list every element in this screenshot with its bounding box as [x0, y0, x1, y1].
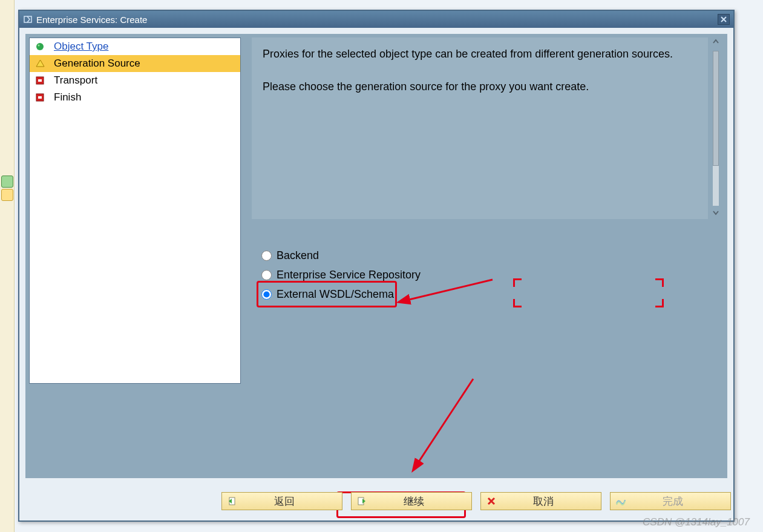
- button-label: 取消: [499, 494, 601, 508]
- svg-line-9: [418, 379, 473, 464]
- description-text: Proxies for the selected object type can…: [263, 46, 697, 62]
- status-done-icon: [34, 41, 45, 52]
- step-transport[interactable]: Transport: [30, 72, 240, 89]
- scrollbar[interactable]: [710, 38, 721, 219]
- bg-icon: [1, 189, 13, 201]
- wizard-steps-panel: Object Type Generation Source Transport …: [29, 38, 241, 384]
- watermark: CSDN @1314lay_1007: [643, 516, 750, 528]
- scroll-thumb[interactable]: [713, 51, 719, 166]
- radio-external-wsdl[interactable]: External WSDL/Schema: [261, 284, 421, 304]
- step-finish[interactable]: Finish: [30, 89, 240, 106]
- finish-button: 完成: [610, 492, 731, 510]
- window-title: Enterprise Services: Create: [36, 15, 147, 25]
- titlebar: Enterprise Services: Create: [19, 11, 733, 28]
- svg-point-1: [36, 43, 44, 50]
- generation-source-radios: Backend Enterprise Service Repository Ex…: [261, 246, 421, 304]
- svg-marker-3: [36, 60, 44, 67]
- radio-label: Backend: [277, 249, 319, 262]
- background-toolbar: [0, 0, 15, 532]
- radio-label: Enterprise Service Repository: [277, 269, 421, 281]
- step-object-type[interactable]: Object Type: [30, 38, 240, 55]
- radio-input[interactable]: [261, 289, 272, 300]
- svg-point-2: [38, 45, 40, 47]
- step-label: Object Type: [54, 41, 108, 53]
- scroll-up-icon[interactable]: [712, 38, 720, 48]
- back-button[interactable]: 返回: [221, 492, 342, 510]
- footer-buttons: 返回 继续 取消 完成: [19, 488, 733, 514]
- step-label: Generation Source: [54, 57, 140, 70]
- radio-input[interactable]: [261, 270, 272, 280]
- button-label: 继续: [370, 494, 471, 508]
- radio-label: External WSDL/Schema: [277, 288, 394, 301]
- window-icon: [23, 15, 33, 24]
- description-panel: Proxies for the selected object type can…: [252, 38, 708, 219]
- continue-button[interactable]: 继续: [351, 492, 472, 510]
- dialog-body: Object Type Generation Source Transport …: [25, 34, 727, 478]
- continue-icon: [354, 496, 370, 507]
- finish-icon: [613, 496, 629, 506]
- annotation-corners: [514, 280, 663, 306]
- radio-esr[interactable]: Enterprise Service Repository: [261, 265, 421, 284]
- scroll-track[interactable]: [713, 51, 719, 206]
- status-pending-icon: [34, 92, 45, 103]
- step-label: Transport: [54, 74, 97, 87]
- status-current-icon: [34, 58, 45, 69]
- cancel-icon: [483, 496, 499, 506]
- svg-rect-7: [38, 96, 42, 99]
- description-text: Please choose the generation source for …: [263, 79, 697, 95]
- step-generation-source[interactable]: Generation Source: [30, 55, 240, 72]
- close-button[interactable]: [718, 14, 730, 25]
- status-pending-icon: [34, 75, 45, 86]
- dialog-window: Enterprise Services: Create Object Type …: [18, 10, 735, 522]
- button-label: 完成: [629, 494, 730, 508]
- scroll-down-icon[interactable]: [712, 208, 720, 219]
- back-icon: [224, 496, 240, 507]
- annotation-arrow: [401, 373, 503, 476]
- svg-rect-5: [38, 79, 42, 82]
- radio-input[interactable]: [261, 251, 272, 261]
- button-label: 返回: [240, 494, 342, 508]
- radio-backend[interactable]: Backend: [261, 246, 421, 265]
- cancel-button[interactable]: 取消: [480, 492, 601, 510]
- bg-icon: [1, 176, 13, 188]
- step-label: Finish: [54, 91, 81, 103]
